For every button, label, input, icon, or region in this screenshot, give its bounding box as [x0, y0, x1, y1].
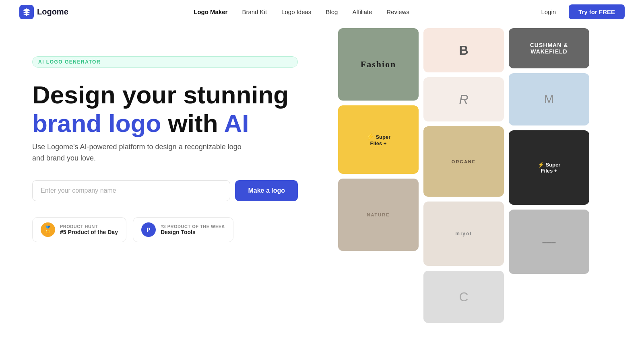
nav-right: Login Try for FREE [535, 4, 625, 19]
logo-icon [19, 5, 34, 19]
nav-link-logo-ideas[interactable]: Logo Ideas [281, 8, 311, 15]
hero-title: Design your stunning brand logo with AI [32, 80, 298, 138]
make-logo-button[interactable]: Make a logo [235, 180, 298, 201]
design-tools-badge: P #3 PRODUCT OF THE WEEK Design Tools [133, 217, 233, 242]
gallery-columns: Fashion ⚡ SuperFiles + NATURE [338, 24, 644, 290]
nav-link-reviews[interactable]: Reviews [386, 8, 409, 15]
gallery-image-superfiles-box: ⚡ SuperFiles + [338, 105, 419, 174]
logo[interactable]: Logome [19, 5, 68, 19]
try-free-button[interactable]: Try for FREE [569, 4, 625, 19]
design-tools-text: #3 PRODUCT OF THE WEEK Design Tools [161, 224, 225, 235]
hero-title-with-text: with [168, 109, 218, 137]
logo-svg [22, 8, 31, 16]
design-tools-label: #3 PRODUCT OF THE WEEK [161, 224, 225, 229]
gallery-image-mockup: M [509, 73, 589, 125]
gallery-image-organe: ORGANE [423, 126, 504, 197]
hero-section: AI LOGO GENERATOR Design your stunning b… [0, 24, 330, 362]
hero-title-line1: Design your stunning [32, 81, 289, 109]
badges-row: 🏅 PRODUCT HUNT #5 Product of the Day P #… [32, 217, 298, 242]
gallery-col-2: B R ORGANE miyol [423, 28, 504, 290]
design-tools-main: Design Tools [161, 229, 225, 235]
product-hunt-text: PRODUCT HUNT #5 Product of the Day [60, 224, 118, 235]
main-content: AI LOGO GENERATOR Design your stunning b… [0, 24, 644, 362]
gallery-section: Fashion ⚡ SuperFiles + NATURE [330, 24, 644, 362]
ai-badge: AI LOGO GENERATOR [32, 56, 298, 68]
nav-link-affiliate[interactable]: Affiliate [352, 8, 372, 15]
producthunt-p-icon: P [141, 222, 156, 237]
nav-link-brand-kit[interactable]: Brand Kit [242, 8, 267, 15]
product-hunt-badge: 🏅 PRODUCT HUNT #5 Product of the Day [32, 217, 126, 242]
product-hunt-icon: 🏅 [41, 222, 55, 237]
gallery-col-3: CUSHMAN &WAKEFIELD M ⚡ SuperFiles + [509, 28, 589, 290]
hero-subtitle: Use Logome's AI-powered platform to desi… [32, 141, 242, 165]
product-hunt-main: #5 Product of the Day [60, 229, 118, 235]
gallery-image-superfiles-tote: ⚡ SuperFiles + [509, 130, 589, 205]
gallery-image-miyol: miyol [423, 202, 504, 266]
hero-input-row: Make a logo [32, 180, 298, 201]
hero-title-brand-logo: brand logo [32, 109, 161, 137]
nav-link-blog[interactable]: Blog [326, 8, 338, 15]
nav-links: Logo Maker Brand Kit Logo Ideas Blog Aff… [194, 8, 409, 15]
gallery-image-fashion-tote: Fashion [338, 28, 419, 101]
gallery-image-brand-b: B [423, 28, 504, 72]
gallery-image-cushman: CUSHMAN &WAKEFIELD [509, 28, 589, 68]
company-name-input[interactable] [32, 180, 230, 201]
hero-title-ai-text: AI [224, 109, 249, 137]
nav-link-logo-maker[interactable]: Logo Maker [194, 8, 227, 15]
login-button[interactable]: Login [535, 5, 562, 19]
gallery-image-nature: NATURE [338, 179, 419, 251]
gallery-col-1: Fashion ⚡ SuperFiles + NATURE [338, 28, 419, 290]
navbar: Logome Logo Maker Brand Kit Logo Ideas B… [0, 0, 644, 24]
gallery-image-brand-r: R [423, 77, 504, 121]
logo-text: Logome [37, 7, 68, 16]
gallery-image-brand-c: C [423, 271, 504, 323]
gallery-image-glass: ▬▬▬ [509, 210, 589, 274]
product-hunt-label: PRODUCT HUNT [60, 224, 118, 229]
